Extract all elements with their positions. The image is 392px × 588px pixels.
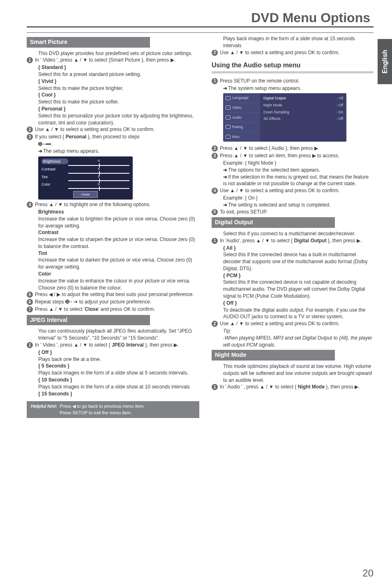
audio-step-1: 1 Press SETUP on the remote control. [212,78,374,85]
menu-options: Digital Output: All Night Mode: Off Down… [260,93,346,142]
heading-rule [212,72,374,74]
jpeg-step-1: 1 In ' Video ', press ▲ / ▼ to select { … [27,342,199,349]
opt-3d-effects: 3D Effects: Off [260,115,346,122]
jpeg-5s-label: { 5 Seconds } [27,363,199,370]
step-badge-5: 5 [27,292,33,298]
opt-vivid-label: { Vivid } [27,78,199,85]
menu-item-video: Video [223,103,260,113]
page-title: DVD Menu Options [251,10,374,25]
step-text: Use ▲ / ▼ to select a setting and press … [220,187,374,194]
step-text: To exit, press SETUP. [220,209,374,216]
do-pcm-desc: Select this if the connected device is n… [212,279,374,299]
options-appear: The options for the selected item appear… [212,167,374,174]
example-night-mode: Example: { Night Mode } [212,160,374,167]
step-badge-5: 5 [212,209,218,215]
menu-item-audio: Audio [223,113,260,123]
night-mode-step-1: 1 In ' Audio ' , press ▲ / ▼ to select {… [212,384,374,390]
step-badge-2: 2 [212,321,218,327]
night-mode-intro: This mode optimizes playback of sound at… [212,363,374,384]
opt-night-mode: Night Mode: Off [260,102,346,109]
opt-standard-label: { Standard } [27,64,199,71]
step-badge-4: 4 [212,188,218,194]
header-bar: DVD Menu Options [27,10,374,25]
opt-down-sampling: Down Sampling: On [260,109,346,116]
step-text: Press ▲ / ▼ to highlight one of the foll… [35,201,199,208]
do-all-desc: Select this if the connected device has … [212,251,374,272]
audio-step-3: 3 Press ▲ / ▼ to select an item, then pr… [212,152,374,159]
step-text: Use ▲ / ▼ to select a setting and press … [220,320,374,327]
jpeg-10s-label: { 10 Seconds } [27,377,199,384]
step-badge-2: 2 [27,126,33,133]
tip-body: -When playing MPEG, MP3 and set Digital … [212,335,374,349]
helpful-hint-label: Helpful hint: [31,403,57,416]
audio-step-4: 4 Use ▲ / ▼ to select a setting and pres… [212,187,374,194]
step-badge-1: 1 [27,342,33,348]
brightness-heading: Brightness [27,209,199,216]
picture-adjust-panel: Brightness0 Contrast0 Tint0 Color0 Close [38,156,133,200]
audio-setup-menu-graphic: Language Video Audio Rating Misc Digital… [223,93,346,142]
tip-label: Tip: [212,328,374,335]
step-text: Press ◀ / ▶ to adjust the setting that b… [35,291,199,298]
header-rule-thin [27,32,374,33]
step-badge-1: 1 [212,78,218,84]
step-text: If you select { Personal }, then proceed… [35,133,199,140]
step-text: Repeat steps ➓~ ➔ to adjust your picture… [35,299,199,305]
smart-picture-step-5: 5 Press ◀ / ▶ to adjust the setting that… [27,291,199,298]
smart-picture-intro: This DVD player provides four predefined… [27,50,199,57]
contrast-desc: Increase the value to sharpen the pictur… [27,236,199,250]
step-badge-1: 1 [212,384,218,390]
menu-item-rating: Rating [223,122,260,132]
step-badge-3: 3 [27,134,33,140]
language-side-tab: English [378,39,392,84]
step-badge-3: 3 [212,153,218,159]
speaker-icon [226,115,231,119]
step-badge-6: 6 [27,299,33,305]
opt-digital-output: Digital Output: All [260,95,346,102]
setting-completed: The setting is selected and setup is com… [212,202,374,209]
color-desc: Increase the value to enhance the colour… [27,278,199,292]
color-row: Color [42,182,68,187]
greyed-out-note: If the selection in the menu is greyed o… [212,174,374,188]
do-off-desc: To deactivate the digital audio output. … [212,307,374,321]
misc-icon [226,135,231,139]
menu-sidebar: Language Video Audio Rating Misc [223,93,260,142]
step-badge-1: 1 [212,238,218,244]
helpful-hint-box: Helpful hint: Press ◀ to go back to prev… [27,401,199,418]
step-badge-2: 2 [212,50,218,56]
step-badge-7: 7 [27,306,33,312]
video-icon [226,106,231,110]
brightness-row: Brightness [42,158,68,165]
example-on: Example: { On } [212,195,374,202]
right-column: Plays back images in the form of a slide… [212,35,374,418]
digital-output-heading: Digital Output [212,217,335,228]
audio-setup-heading: Using the Audio setup menu [212,61,374,70]
opt-standard-desc: Select this for a preset standard pictur… [27,71,199,78]
jpeg-step-2: 2 Use ▲ / ▼ to select a setting and pres… [212,49,374,56]
lock-icon [226,125,231,129]
step-range: ➓~➖. [27,141,199,148]
setup-menu-appears: The setup menu appears. [27,148,199,155]
tint-row: Tint [42,175,68,180]
brightness-desc: Increase the value to brighten the pictu… [27,216,199,230]
jpeg-off-label: { Off } [27,349,199,356]
audio-step-5: 5 To exit, press SETUP. [212,209,374,216]
step-text: Use ▲ / ▼ to select a setting and press … [35,126,199,133]
jpeg-10s-desc: Plays back images in the form of a slide… [27,384,199,390]
header-rule-thick [27,26,374,28]
close-button-graphic: Close [73,191,98,198]
jpeg-5s-desc: Plays back images in the form of a slide… [27,370,199,377]
step-badge-2: 2 [212,145,218,152]
step-badge-4: 4 [27,202,33,208]
smart-picture-step-6: 6 Repeat steps ➓~ ➔ to adjust your pictu… [27,299,199,305]
audio-step-2: 2 Press ▲ / ▼ to select { Audio }, then … [212,145,374,152]
helpful-hint-body: Press ◀ to go back to previous menu item… [60,403,145,416]
step-text: Press ▲ / ▼ to select 'Close' and press … [35,306,199,313]
smart-picture-heading: Smart Picture [27,37,150,48]
menu-item-language: Language [223,93,260,103]
opt-cool-desc: Select this to make the picture softer. [27,99,199,106]
smart-picture-step-2: 2 Use ▲ / ▼ to select a setting and pres… [27,126,199,133]
step-text: In 'Audio', press ▲ / ▼ to select { Digi… [220,237,374,244]
globe-icon [226,96,231,100]
tint-heading: Tint [27,250,199,257]
step-text: Use ▲ / ▼ to select a setting and press … [220,49,374,56]
